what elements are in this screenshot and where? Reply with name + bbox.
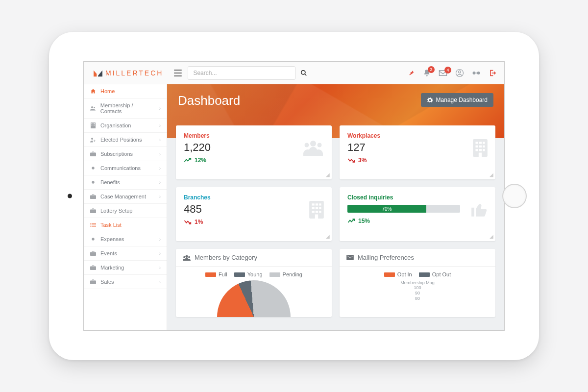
svg-point-37 <box>310 141 316 147</box>
svg-rect-18 <box>93 125 94 126</box>
sidebar-item-label: Benefits <box>100 179 120 185</box>
svg-point-33 <box>92 238 94 240</box>
svg-rect-32 <box>92 226 96 227</box>
sidebar-item-case-management[interactable]: Case Management› <box>84 190 167 204</box>
users-icon <box>90 106 97 111</box>
pie-chart <box>183 280 325 317</box>
sidebar-item-events[interactable]: Events› <box>84 246 167 261</box>
topbar: MILLERTECH 3 <box>84 62 504 84</box>
svg-point-12 <box>94 107 95 108</box>
chevron-right-icon: › <box>159 106 161 111</box>
search-button[interactable] <box>295 70 312 76</box>
messages-icon[interactable]: 4 <box>439 70 447 76</box>
svg-rect-56 <box>316 207 318 209</box>
sidebar-item-sales[interactable]: Sales› <box>84 275 167 289</box>
logo-mark-icon <box>94 69 102 77</box>
sidebar-item-subscriptions[interactable]: Subscriptions› <box>84 147 167 161</box>
svg-rect-48 <box>479 149 482 151</box>
chevron-right-icon: › <box>159 123 161 128</box>
thumbs-up-icon <box>471 201 488 217</box>
manage-dashboard-label: Manage Dashboard <box>436 97 488 103</box>
menu-toggle-icon[interactable] <box>172 68 184 78</box>
messages-badge: 4 <box>444 67 451 74</box>
progress-label: 70% <box>382 206 392 212</box>
sidebar-item-communications[interactable]: Communications› <box>84 161 167 175</box>
svg-point-29 <box>91 224 92 225</box>
trend-up-icon <box>184 158 193 163</box>
axis-ticks: 1009080 <box>346 285 489 301</box>
pin-icon[interactable] <box>408 70 415 76</box>
card-title: Closed inquiries <box>347 194 488 201</box>
sidebar-item-membership-contacts[interactable]: Membership / Contacts› <box>84 98 167 119</box>
chart-legend: Opt InOpt Out <box>346 271 489 277</box>
bullet-icon <box>90 180 97 184</box>
chart-panels: Members by Category FullYoungPending Mai… <box>167 241 504 317</box>
card-members[interactable]: Members 1,220 12% ◢ <box>176 125 332 179</box>
users-icon <box>302 139 324 156</box>
sidebar-item-lottery-setup[interactable]: Lottery Setup <box>84 204 167 218</box>
users-icon <box>183 255 191 261</box>
svg-point-8 <box>459 71 461 73</box>
card-closed-inquiries[interactable]: Closed inquiries 70% 15% <box>340 187 495 241</box>
sidebar-item-elected-positions[interactable]: Elected Positions› <box>84 133 167 147</box>
user-account-icon[interactable] <box>455 69 464 77</box>
svg-rect-36 <box>90 281 96 285</box>
trend-value: 15% <box>358 218 370 224</box>
sidebar-item-task-list[interactable]: Task List <box>84 218 167 232</box>
sidebar-item-label: Organisation <box>100 122 131 128</box>
resize-handle-icon: ◢ <box>326 172 330 177</box>
svg-point-5 <box>301 70 305 74</box>
trend-value: 1% <box>195 219 203 225</box>
card-workplaces[interactable]: Workplaces 127 3% ◢ <box>340 125 495 179</box>
search-input[interactable] <box>188 66 295 80</box>
svg-point-31 <box>91 226 92 227</box>
svg-marker-1 <box>98 70 102 76</box>
svg-point-27 <box>91 223 92 224</box>
legend-label: Full <box>219 271 227 277</box>
brand-logo[interactable]: MILLERTECH <box>89 69 168 77</box>
envelope-icon <box>346 255 354 260</box>
sidebar-item-benefits[interactable]: Benefits› <box>84 175 167 190</box>
card-branches[interactable]: Branches 485 1% ◢ <box>176 187 332 241</box>
settings-icon[interactable] <box>472 70 481 76</box>
sidebar-item-label: Subscriptions <box>100 151 133 157</box>
panel-members-by-category: Members by Category FullYoungPending <box>176 249 332 317</box>
sidebar-item-marketing[interactable]: Marketing› <box>84 261 167 275</box>
legend-item: Opt Out <box>419 271 451 277</box>
sidebar-item-home[interactable]: Home <box>84 84 167 98</box>
svg-rect-50 <box>479 153 482 157</box>
trend-indicator: 3% <box>347 157 488 164</box>
logout-icon[interactable] <box>489 69 496 77</box>
briefcase-icon <box>90 208 97 213</box>
notifications-bell-icon[interactable]: 3 <box>423 69 431 77</box>
svg-rect-42 <box>479 142 482 144</box>
legend-item: Young <box>234 271 263 277</box>
card-value: 485 <box>184 203 324 216</box>
svg-point-24 <box>92 181 94 183</box>
chevron-right-icon: › <box>159 166 161 171</box>
svg-rect-43 <box>483 142 485 144</box>
sidebar-item-organisation[interactable]: Organisation› <box>84 119 167 133</box>
svg-rect-14 <box>92 123 93 124</box>
legend-item: Pending <box>270 271 302 277</box>
sidebar-item-label: Elected Positions <box>100 137 142 143</box>
legend-label: Opt In <box>397 271 412 277</box>
manage-dashboard-button[interactable]: Manage Dashboard <box>421 93 493 107</box>
svg-rect-58 <box>312 211 314 213</box>
svg-point-9 <box>473 72 476 74</box>
sidebar-item-expenses[interactable]: Expenses› <box>84 232 167 246</box>
trend-down-icon <box>347 158 356 163</box>
resize-handle-icon: ◢ <box>490 234 493 239</box>
chevron-right-icon: › <box>159 180 161 185</box>
svg-rect-3 <box>174 73 182 74</box>
panel-header: Members by Category <box>176 249 332 267</box>
chevron-right-icon: › <box>159 151 161 157</box>
svg-rect-52 <box>312 203 314 205</box>
svg-point-20 <box>91 138 93 140</box>
trend-down-icon <box>184 220 193 224</box>
briefcase-icon <box>90 265 97 270</box>
user-cog-icon <box>90 137 97 143</box>
trend-indicator: 12% <box>184 157 324 164</box>
panel-title: Members by Category <box>195 254 257 261</box>
svg-point-23 <box>92 167 94 169</box>
